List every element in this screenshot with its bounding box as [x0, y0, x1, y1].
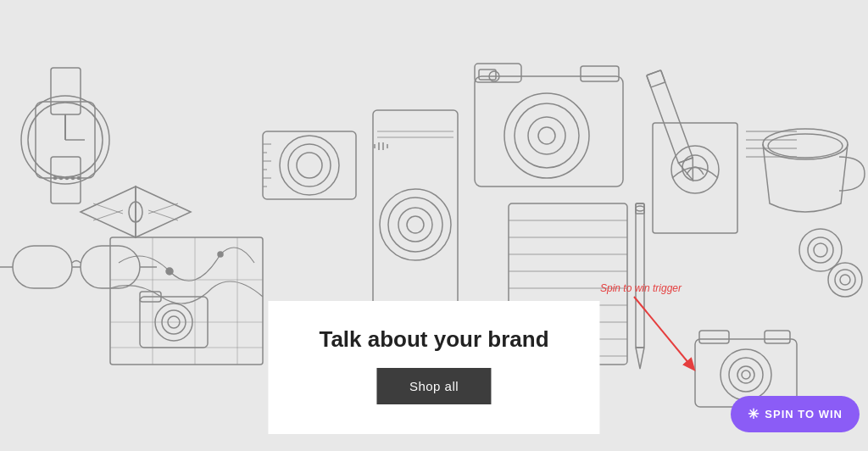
svg-line-16: [148, 210, 178, 220]
svg-point-96: [742, 370, 750, 379]
svg-point-31: [407, 216, 424, 233]
svg-point-99: [808, 237, 833, 263]
svg-point-30: [398, 208, 432, 242]
brand-card: Talk about your brand Shop all: [268, 301, 599, 434]
shop-all-button[interactable]: Shop all: [377, 368, 491, 404]
svg-rect-49: [647, 70, 665, 87]
svg-rect-73: [13, 246, 72, 288]
spin-icon: ✳: [748, 406, 760, 422]
svg-point-79: [218, 252, 223, 257]
svg-point-95: [737, 366, 754, 383]
svg-point-72: [636, 206, 644, 211]
svg-line-108: [634, 297, 693, 369]
svg-point-43: [528, 117, 565, 154]
spin-arrow-icon: [626, 292, 702, 377]
svg-point-44: [538, 127, 555, 144]
svg-point-7: [54, 177, 57, 180]
svg-rect-1: [51, 157, 81, 203]
svg-point-28: [380, 189, 451, 260]
svg-point-19: [288, 144, 331, 187]
svg-point-8: [60, 177, 63, 180]
svg-rect-92: [699, 331, 729, 343]
svg-point-78: [166, 268, 173, 275]
svg-point-101: [828, 263, 862, 297]
svg-point-11: [78, 177, 81, 180]
spin-annotation: Spin to win trigger: [600, 280, 682, 295]
svg-point-41: [504, 93, 589, 178]
svg-point-42: [515, 103, 579, 168]
svg-point-93: [721, 349, 771, 400]
svg-line-14: [93, 210, 123, 220]
svg-point-103: [840, 275, 850, 285]
svg-point-53: [671, 146, 719, 193]
svg-point-29: [388, 198, 442, 252]
svg-rect-17: [263, 131, 356, 199]
svg-rect-52: [653, 123, 737, 233]
svg-point-10: [72, 177, 75, 180]
brand-title: Talk about your brand: [319, 326, 548, 353]
svg-point-102: [835, 270, 855, 290]
spin-to-win-label: SPIN TO WIN: [765, 408, 843, 420]
svg-point-9: [66, 177, 69, 180]
svg-rect-0: [51, 68, 81, 114]
svg-point-20: [297, 153, 322, 178]
svg-rect-71: [636, 203, 644, 214]
svg-rect-97: [765, 331, 790, 343]
svg-rect-40: [581, 66, 619, 81]
svg-point-94: [729, 358, 763, 392]
svg-point-51: [768, 134, 843, 158]
spin-to-win-button[interactable]: ✳ SPIN TO WIN: [731, 396, 860, 432]
svg-point-100: [814, 243, 827, 257]
svg-point-98: [799, 229, 842, 271]
svg-rect-47: [647, 70, 693, 164]
